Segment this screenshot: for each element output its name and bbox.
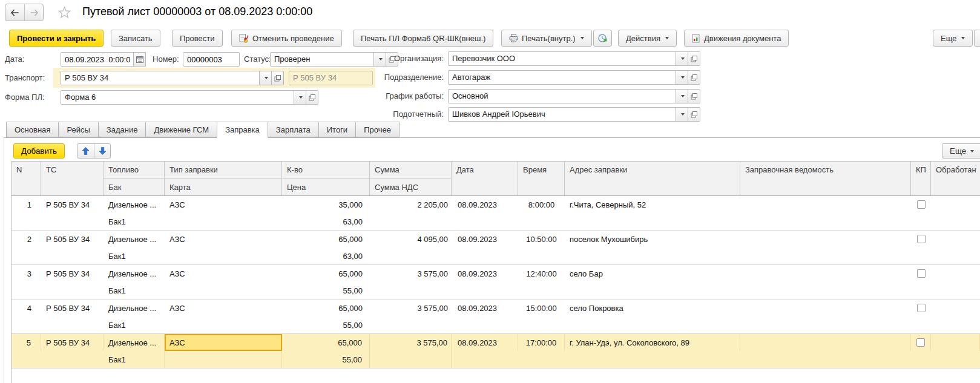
cell-tank[interactable]: Бак1 [104, 247, 165, 264]
cell-vat[interactable] [370, 351, 452, 368]
cell-address[interactable]: село Покровка [565, 300, 740, 316]
table-row[interactable]: 1 Р 505 ВУ 34 Дизельное ... АЗС 35,000 2… [12, 196, 980, 231]
cell-qty[interactable]: 35,000 [282, 196, 370, 213]
print-internal-button[interactable]: Печать(внутр.) [501, 30, 592, 47]
department-combo[interactable]: Автогараж [448, 70, 700, 85]
write-button[interactable]: Записать [111, 30, 160, 47]
post-and-close-button[interactable]: Провести и закрыть [9, 30, 104, 47]
transport-combo[interactable]: Р 505 ВУ 34 [61, 71, 284, 85]
transport-open-button[interactable] [271, 71, 284, 85]
pl-form-dropdown-button[interactable] [294, 90, 306, 105]
cell-time[interactable]: 8:00:00 [518, 196, 565, 213]
kp-checkbox[interactable] [917, 304, 926, 312]
cell-date[interactable]: 08.09.2023 [452, 265, 518, 282]
work-schedule-dropdown-button[interactable] [676, 89, 688, 103]
refresh-button[interactable] [593, 30, 612, 47]
pl-form-open-button[interactable] [306, 90, 318, 105]
cell-refuel-type[interactable]: АЗС [165, 231, 282, 247]
cell-date[interactable]: 08.09.2023 [452, 196, 518, 213]
cell-refuel-type[interactable]: АЗС [165, 300, 282, 316]
kp-checkbox[interactable] [917, 200, 926, 209]
tab-zarplata[interactable]: Зарплата [268, 122, 319, 137]
cell-vat[interactable] [370, 213, 452, 230]
cell-fuel[interactable]: Дизельное ... [104, 334, 165, 351]
cell-date[interactable]: 08.09.2023 [452, 300, 518, 316]
date-input[interactable] [61, 52, 134, 67]
accountable-open-button[interactable] [688, 107, 700, 122]
post-button[interactable]: Провести [172, 30, 223, 47]
department-dropdown-button[interactable] [676, 70, 688, 85]
cell-vat[interactable] [370, 282, 452, 299]
organization-combo[interactable]: Перевозчик ООО [448, 51, 700, 66]
tab-zapravka[interactable]: Заправка [217, 122, 268, 138]
cell-vat[interactable] [370, 247, 452, 264]
cell-vehicle[interactable]: Р 505 ВУ 34 [41, 231, 104, 247]
kp-checkbox[interactable] [917, 269, 926, 278]
tab-prochee[interactable]: Прочее [355, 122, 400, 137]
cell-card[interactable] [165, 316, 282, 333]
cell-fuel[interactable]: Дизельное ... [104, 265, 165, 282]
cell-vehicle[interactable]: Р 505 ВУ 34 [41, 334, 104, 351]
cell-processed[interactable] [931, 265, 980, 282]
forward-button[interactable] [24, 4, 43, 21]
cell-sheet[interactable] [740, 231, 911, 247]
number-input[interactable] [183, 52, 240, 67]
cell-time[interactable]: 12:40:00 [518, 265, 565, 282]
cell-processed[interactable] [931, 300, 980, 316]
tab-osnovnaya[interactable]: Основная [6, 122, 59, 137]
cell-fuel[interactable]: Дизельное ... [104, 231, 165, 247]
add-row-button[interactable]: Добавить [13, 143, 65, 159]
cell-vehicle[interactable]: Р 505 ВУ 34 [41, 300, 104, 316]
cell-qty[interactable]: 65,000 [282, 300, 370, 316]
cell-date[interactable]: 08.09.2023 [452, 334, 518, 351]
cell-address[interactable]: г. Улан-Удэ, ул. Соколовского, 89 [565, 334, 740, 351]
cell-sum[interactable]: 3 575,00 [370, 265, 452, 282]
back-button[interactable] [5, 4, 24, 21]
table-row[interactable]: 5 Р 505 ВУ 34 Дизельное ... АЗС 65,000 3… [12, 334, 980, 368]
cell-fuel[interactable]: Дизельное ... [104, 300, 165, 316]
grid-more-button[interactable]: Еще [942, 143, 980, 159]
cell-tank[interactable]: Бак1 [104, 282, 165, 299]
cell-card[interactable] [165, 351, 282, 368]
department-value[interactable]: Автогараж [448, 70, 676, 85]
cell-price[interactable]: 63,00 [282, 247, 370, 264]
cell-price[interactable]: 63,00 [282, 213, 370, 230]
cell-time[interactable]: 10:50:00 [518, 231, 565, 247]
accountable-dropdown-button[interactable] [676, 107, 688, 122]
cell-card[interactable] [165, 213, 282, 230]
organization-open-button[interactable] [688, 51, 700, 66]
kp-checkbox[interactable] [917, 235, 926, 243]
cell-time[interactable]: 15:00:00 [518, 300, 565, 316]
cell-processed[interactable] [931, 196, 980, 213]
print-pl-external-button[interactable]: Печать ПЛ Форма6 QR-ШК(внеш.) [353, 30, 493, 47]
tab-itogi[interactable]: Итоги [318, 122, 356, 137]
cell-price[interactable]: 55,00 [282, 316, 370, 333]
accountable-combo[interactable]: Шивков Андрей Юрьевич [448, 107, 700, 122]
cell-sheet[interactable] [740, 300, 911, 316]
cell-address[interactable]: село Бар [565, 265, 740, 282]
cell-refuel-type[interactable]: АЗС [165, 334, 282, 351]
cell-price[interactable]: 55,00 [282, 282, 370, 299]
cell-qty[interactable]: 65,000 [282, 231, 370, 247]
cell-processed[interactable] [931, 231, 980, 247]
move-up-button[interactable] [77, 144, 94, 158]
cell-refuel-type[interactable]: АЗС [165, 196, 282, 213]
table-row[interactable]: 4 Р 505 ВУ 34 Дизельное ... АЗС 65,000 3… [12, 300, 980, 334]
cell-sheet[interactable] [740, 334, 911, 351]
cell-card[interactable] [165, 247, 282, 264]
move-down-button[interactable] [94, 144, 110, 158]
accountable-value[interactable]: Шивков Андрей Юрьевич [448, 107, 676, 122]
cell-time[interactable]: 17:00:00 [518, 334, 565, 351]
work-schedule-open-button[interactable] [688, 89, 700, 103]
cell-card[interactable] [165, 282, 282, 299]
toolbar-more-button[interactable]: Еще [933, 30, 973, 47]
cell-processed[interactable] [931, 334, 980, 351]
work-schedule-value[interactable]: Основной [448, 89, 676, 103]
pl-form-value[interactable]: Форма 6 [61, 90, 294, 105]
kp-checkbox[interactable] [916, 338, 925, 347]
cell-sum[interactable]: 4 095,00 [370, 231, 452, 247]
cell-sum[interactable]: 2 205,00 [370, 196, 452, 213]
status-value[interactable]: Проверен [270, 52, 374, 67]
favorite-star-icon[interactable] [58, 5, 71, 19]
cell-vehicle[interactable]: Р 505 ВУ 34 [41, 265, 104, 282]
